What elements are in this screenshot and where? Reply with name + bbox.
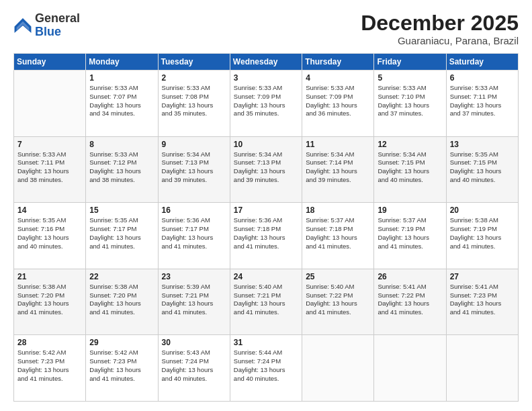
day-number: 4 [306,73,370,83]
day-info: Sunrise: 5:39 AM Sunset: 7:21 PM Dayligh… [162,283,226,317]
table-row: 30Sunrise: 5:43 AM Sunset: 7:24 PM Dayli… [158,335,230,402]
calendar-week-row: 1Sunrise: 5:33 AM Sunset: 7:07 PM Daylig… [14,71,519,137]
day-info: Sunrise: 5:34 AM Sunset: 7:13 PM Dayligh… [234,150,298,185]
day-info: Sunrise: 5:38 AM Sunset: 7:19 PM Dayligh… [450,216,515,250]
day-info: Sunrise: 5:37 AM Sunset: 7:19 PM Dayligh… [378,216,442,250]
day-number: 30 [162,338,226,347]
table-row: 5Sunrise: 5:33 AM Sunset: 7:10 PM Daylig… [374,71,446,137]
table-row: 27Sunrise: 5:41 AM Sunset: 7:23 PM Dayli… [446,269,518,335]
calendar-table: Sunday Monday Tuesday Wednesday Thursday… [13,53,519,402]
day-info: Sunrise: 5:42 AM Sunset: 7:23 PM Dayligh… [17,349,82,383]
day-number: 13 [450,140,515,149]
header: General Blue December 2025 Guaraniacu, P… [13,12,519,46]
day-info: Sunrise: 5:33 AM Sunset: 7:09 PM Dayligh… [306,84,370,118]
day-info: Sunrise: 5:41 AM Sunset: 7:22 PM Dayligh… [378,283,442,317]
day-number: 10 [234,140,298,149]
day-number: 11 [306,140,370,149]
day-number: 18 [306,205,370,215]
calendar-week-row: 7Sunrise: 5:33 AM Sunset: 7:11 PM Daylig… [14,136,519,203]
day-info: Sunrise: 5:35 AM Sunset: 7:15 PM Dayligh… [450,150,515,185]
col-wednesday: Wednesday [230,54,302,71]
table-row: 19Sunrise: 5:37 AM Sunset: 7:19 PM Dayli… [374,203,446,269]
day-number: 26 [378,272,442,281]
table-row [374,335,446,402]
title-block: December 2025 Guaraniacu, Parana, Brazil [361,12,519,46]
table-row: 14Sunrise: 5:35 AM Sunset: 7:16 PM Dayli… [14,203,86,269]
col-friday: Friday [374,54,446,71]
col-tuesday: Tuesday [158,54,230,71]
table-row: 24Sunrise: 5:40 AM Sunset: 7:21 PM Dayli… [230,269,302,335]
day-number: 12 [378,140,442,149]
day-info: Sunrise: 5:34 AM Sunset: 7:14 PM Dayligh… [306,150,370,185]
table-row: 1Sunrise: 5:33 AM Sunset: 7:07 PM Daylig… [86,71,158,137]
day-number: 6 [450,73,515,83]
logo-blue-text: Blue [35,25,61,38]
table-row: 28Sunrise: 5:42 AM Sunset: 7:23 PM Dayli… [14,335,86,402]
col-monday: Monday [86,54,158,71]
day-number: 16 [162,205,226,215]
day-number: 23 [162,272,226,281]
day-info: Sunrise: 5:35 AM Sunset: 7:17 PM Dayligh… [89,216,154,250]
day-number: 9 [162,140,226,149]
day-number: 8 [89,140,154,149]
day-info: Sunrise: 5:33 AM Sunset: 7:07 PM Dayligh… [89,84,154,118]
table-row: 21Sunrise: 5:38 AM Sunset: 7:20 PM Dayli… [14,269,86,335]
day-info: Sunrise: 5:38 AM Sunset: 7:20 PM Dayligh… [89,283,154,317]
table-row: 17Sunrise: 5:36 AM Sunset: 7:18 PM Dayli… [230,203,302,269]
table-row [302,335,374,402]
col-saturday: Saturday [446,54,518,71]
day-info: Sunrise: 5:36 AM Sunset: 7:17 PM Dayligh… [162,216,226,250]
day-number: 28 [17,338,82,347]
table-row: 10Sunrise: 5:34 AM Sunset: 7:13 PM Dayli… [230,136,302,203]
table-row: 9Sunrise: 5:34 AM Sunset: 7:13 PM Daylig… [158,136,230,203]
table-row: 18Sunrise: 5:37 AM Sunset: 7:18 PM Dayli… [302,203,374,269]
day-number: 21 [17,272,82,281]
day-number: 14 [17,205,82,215]
day-info: Sunrise: 5:33 AM Sunset: 7:08 PM Dayligh… [162,84,226,118]
calendar-week-row: 21Sunrise: 5:38 AM Sunset: 7:20 PM Dayli… [14,269,519,335]
calendar-header: Sunday Monday Tuesday Wednesday Thursday… [14,54,519,71]
day-number: 1 [89,73,154,83]
day-info: Sunrise: 5:40 AM Sunset: 7:21 PM Dayligh… [234,283,298,317]
month-title: December 2025 [361,12,519,34]
day-number: 17 [234,205,298,215]
logo: General Blue [13,12,80,39]
day-number: 5 [378,73,442,83]
day-info: Sunrise: 5:33 AM Sunset: 7:09 PM Dayligh… [234,84,298,118]
table-row: 16Sunrise: 5:36 AM Sunset: 7:17 PM Dayli… [158,203,230,269]
day-info: Sunrise: 5:38 AM Sunset: 7:20 PM Dayligh… [17,283,82,317]
table-row: 11Sunrise: 5:34 AM Sunset: 7:14 PM Dayli… [302,136,374,203]
table-row: 25Sunrise: 5:40 AM Sunset: 7:22 PM Dayli… [302,269,374,335]
page: General Blue December 2025 Guaraniacu, P… [0,0,532,411]
day-info: Sunrise: 5:33 AM Sunset: 7:11 PM Dayligh… [17,150,82,185]
table-row: 31Sunrise: 5:44 AM Sunset: 7:24 PM Dayli… [230,335,302,402]
day-info: Sunrise: 5:37 AM Sunset: 7:18 PM Dayligh… [306,216,370,250]
table-row: 23Sunrise: 5:39 AM Sunset: 7:21 PM Dayli… [158,269,230,335]
day-number: 3 [234,73,298,83]
day-number: 19 [378,205,442,215]
day-number: 31 [234,338,298,347]
day-info: Sunrise: 5:34 AM Sunset: 7:13 PM Dayligh… [162,150,226,185]
table-row: 13Sunrise: 5:35 AM Sunset: 7:15 PM Dayli… [446,136,518,203]
header-row: Sunday Monday Tuesday Wednesday Thursday… [14,54,519,71]
day-info: Sunrise: 5:33 AM Sunset: 7:10 PM Dayligh… [378,84,442,118]
logo-general-text: General [35,11,80,25]
table-row: 4Sunrise: 5:33 AM Sunset: 7:09 PM Daylig… [302,71,374,137]
day-number: 29 [89,338,154,347]
table-row [446,335,518,402]
calendar-week-row: 14Sunrise: 5:35 AM Sunset: 7:16 PM Dayli… [14,203,519,269]
day-info: Sunrise: 5:43 AM Sunset: 7:24 PM Dayligh… [162,349,226,383]
day-info: Sunrise: 5:34 AM Sunset: 7:15 PM Dayligh… [378,150,442,185]
table-row: 29Sunrise: 5:42 AM Sunset: 7:23 PM Dayli… [86,335,158,402]
day-info: Sunrise: 5:35 AM Sunset: 7:16 PM Dayligh… [17,216,82,250]
table-row: 7Sunrise: 5:33 AM Sunset: 7:11 PM Daylig… [14,136,86,203]
day-info: Sunrise: 5:41 AM Sunset: 7:23 PM Dayligh… [450,283,515,317]
day-number: 20 [450,205,515,215]
day-info: Sunrise: 5:33 AM Sunset: 7:12 PM Dayligh… [89,150,154,185]
day-number: 22 [89,272,154,281]
day-info: Sunrise: 5:44 AM Sunset: 7:24 PM Dayligh… [234,349,298,383]
table-row: 20Sunrise: 5:38 AM Sunset: 7:19 PM Dayli… [446,203,518,269]
table-row: 8Sunrise: 5:33 AM Sunset: 7:12 PM Daylig… [86,136,158,203]
day-info: Sunrise: 5:33 AM Sunset: 7:11 PM Dayligh… [450,84,515,118]
table-row: 6Sunrise: 5:33 AM Sunset: 7:11 PM Daylig… [446,71,518,137]
